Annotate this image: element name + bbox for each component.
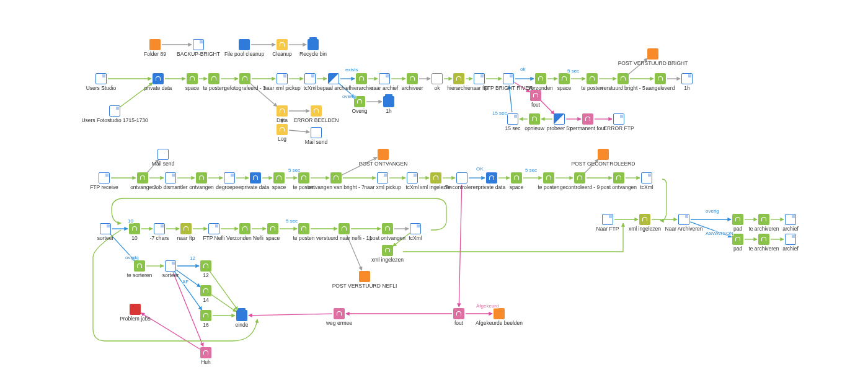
node-n61[interactable]: POST ONTVANGEN: [368, 149, 399, 167]
folder-yellow-icon: [277, 105, 288, 117]
node-n19[interactable]: naar archief: [369, 73, 400, 91]
node-n46[interactable]: 1h: [373, 96, 404, 114]
node-n15[interactable]: naar xml pickup: [267, 73, 298, 91]
node-label: private data: [144, 86, 172, 91]
node-n11[interactable]: private data: [143, 73, 174, 91]
node-n24[interactable]: FTP BRIGHT RIVER: [493, 73, 524, 91]
node-n01[interactable]: Folder 89: [140, 39, 170, 57]
node-n02[interactable]: BACKUP-BRIGHT: [183, 39, 214, 57]
node-n98[interactable]: verstuurd naar nefli - 11: [329, 223, 360, 241]
node-n73[interactable]: ontvangen: [186, 172, 217, 190]
node-label: weg ermee: [326, 321, 352, 326]
mail-icon: [311, 127, 322, 138]
node-n50[interactable]: fout: [520, 90, 551, 108]
node-n26[interactable]: space: [549, 73, 580, 91]
node-n44[interactable]: Mail send: [301, 127, 332, 145]
node-n88[interactable]: tcXml: [631, 172, 662, 190]
node-n133[interactable]: 14: [190, 285, 221, 303]
node-n131[interactable]: sorteer: [155, 260, 186, 278]
node-label: space: [185, 86, 200, 91]
node-n78[interactable]: ontvangen van bright - 7: [321, 172, 352, 190]
edge-label: 5 sec: [288, 167, 301, 173]
box-green-icon: [339, 223, 350, 234]
node-n72[interactable]: Job dismantler: [155, 172, 186, 190]
doc-gray-icon: [432, 73, 443, 84]
node-n10[interactable]: Users Studio: [86, 73, 117, 91]
node-label: Afgekeurde beelden: [476, 321, 523, 326]
node-label: verstuurd naar nefli - 11: [316, 236, 372, 241]
node-n134[interactable]: 16: [190, 310, 221, 328]
node-n109[interactable]: archief: [775, 234, 806, 252]
node-n04[interactable]: Cleanup: [267, 39, 298, 57]
node-label: tcXml: [640, 185, 653, 190]
box-pink-icon: [582, 113, 593, 125]
node-n99[interactable]: post ontvangen: [372, 223, 403, 241]
node-label: Naar FTP: [596, 226, 619, 232]
node-n28[interactable]: verstuurd bright - 5: [608, 73, 639, 91]
node-n93[interactable]: naar ftp: [170, 223, 202, 241]
node-n79[interactable]: naar xml pickup: [367, 172, 398, 190]
edge-label: Afgekeurd: [476, 303, 499, 309]
node-label: Folder 89: [144, 51, 166, 57]
node-n41[interactable]: Data: [267, 105, 298, 123]
node-n96[interactable]: space: [257, 223, 288, 241]
box-green-icon: [511, 172, 522, 184]
node-n130[interactable]: te sorteren: [124, 260, 155, 278]
node-n136[interactable]: einde: [226, 310, 257, 328]
box-olive-icon: [430, 172, 441, 184]
node-n121[interactable]: POST VERSTUURD NEFLI: [349, 271, 380, 289]
node-n40[interactable]: Users Fotostudio 1715-1730: [99, 105, 130, 123]
node-n43[interactable]: ERROR BEELDEN: [301, 105, 332, 123]
node-n132[interactable]: 12: [190, 260, 221, 278]
node-n102[interactable]: xml ingelezen: [629, 214, 660, 232]
node-n106[interactable]: archief: [775, 214, 806, 232]
node-label: Log: [278, 136, 286, 142]
node-n90[interactable]: sorteer: [90, 223, 121, 241]
node-n82[interactable]: Te controleren: [446, 172, 477, 190]
node-n55[interactable]: ERROR FTP: [603, 113, 634, 131]
node-n86[interactable]: gecontroleerd - 9: [564, 172, 595, 190]
node-n135[interactable]: Huh: [190, 347, 221, 365]
node-label: tcXml: [405, 185, 418, 190]
node-n100[interactable]: tcXml: [400, 223, 431, 241]
node-n42[interactable]: Log: [267, 124, 298, 142]
node-label: Job dismantler: [153, 185, 187, 190]
node-n84[interactable]: space: [501, 172, 532, 190]
node-n03[interactable]: File pool cleanup: [229, 39, 260, 57]
node-n87[interactable]: post ontvangen: [603, 172, 634, 190]
node-n60[interactable]: Mail send: [148, 149, 179, 167]
node-label: space: [510, 185, 524, 190]
workflow-canvas[interactable]: Folder 89BACKUP-BRIGHTFile pool cleanupC…: [0, 0, 868, 367]
node-label: 1h: [684, 86, 689, 91]
doc-blue-icon: [407, 172, 418, 184]
node-n05[interactable]: Recycle bin: [298, 39, 329, 57]
node-label: 14: [203, 298, 208, 303]
box-green-icon: [618, 73, 629, 84]
node-n70[interactable]: FTP receive: [89, 172, 120, 190]
svg-line-89: [249, 314, 332, 316]
node-n101[interactable]: Naar FTP: [592, 214, 623, 232]
node-n120[interactable]: xml ingelezen: [372, 245, 403, 263]
node-n97[interactable]: te posten: [288, 223, 319, 241]
node-n14[interactable]: gefotografeerd - 3: [229, 73, 260, 91]
edge-label: ok: [520, 66, 526, 72]
node-n150[interactable]: weg ermee: [324, 308, 355, 326]
node-n31[interactable]: POST VERSTUURD BRIGHT: [637, 48, 668, 66]
node-label: POST VERSTUURD BRIGHT: [618, 61, 688, 66]
doc-blue-icon: [602, 214, 613, 225]
node-label: archiveer: [402, 86, 423, 91]
node-n152[interactable]: Afgekeurde beelden: [484, 308, 515, 326]
node-label: ERROR BEELDEN: [294, 118, 339, 123]
node-n94[interactable]: FTP Nefli: [198, 223, 229, 241]
box-green-icon: [134, 260, 145, 272]
node-label: File pool cleanup: [224, 51, 264, 57]
node-n30[interactable]: 1h: [671, 73, 702, 91]
node-n54[interactable]: permanent fout: [572, 113, 603, 131]
node-n103[interactable]: Naar Archiveren: [668, 214, 699, 232]
box-blue-icon: [153, 73, 164, 84]
node-n62[interactable]: POST GECONTROLEERD: [588, 149, 619, 167]
node-n95[interactable]: Verzonden Nefli: [229, 223, 260, 241]
node-n17[interactable]: bepaal archief: [318, 73, 349, 91]
node-n151[interactable]: fout: [443, 308, 474, 326]
node-n140[interactable]: Problem jobs: [120, 304, 151, 322]
